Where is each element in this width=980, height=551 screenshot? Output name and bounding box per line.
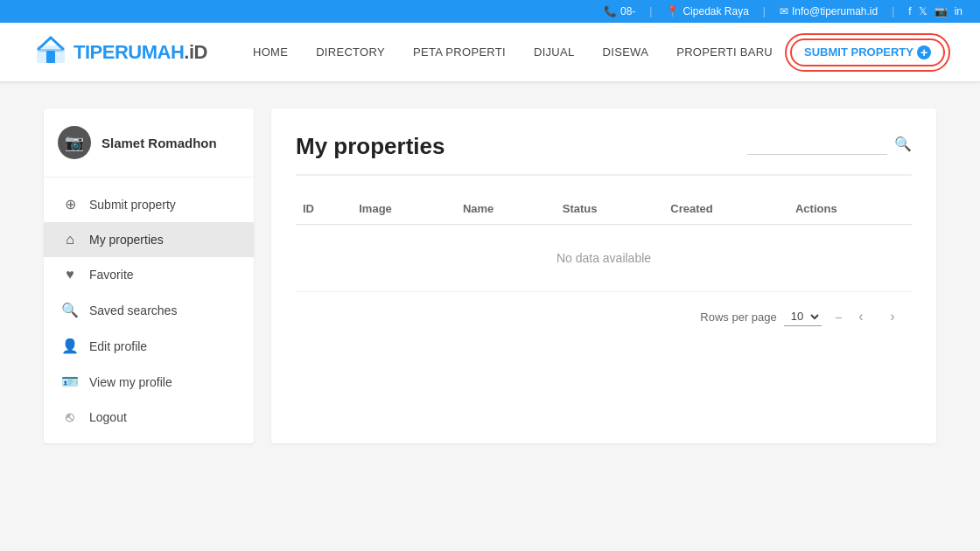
heart-icon: ♥: [61, 267, 79, 282]
nav-properti-baru[interactable]: PROPERTI BARU: [666, 40, 783, 64]
search-icon: 🔍: [61, 302, 79, 318]
rows-per-page: Rows per page 10 25 50: [700, 307, 821, 326]
plus-circle-icon: ⊕: [61, 196, 79, 213]
header: TIPERUMAH.iD HOME DIRECTORY PETA PROPERT…: [0, 23, 980, 82]
email-item: ✉ Info@tiperumah.id: [780, 5, 878, 17]
linkedin-icon[interactable]: in: [955, 5, 962, 17]
page-title: My properties: [296, 133, 445, 160]
nav-disewa[interactable]: DISEWA: [592, 40, 660, 64]
search-button[interactable]: 🔍: [894, 136, 912, 152]
col-id: ID: [296, 193, 352, 225]
divider-1: |: [649, 5, 652, 17]
sidebar-item-submit-property[interactable]: ⊕ Submit property: [44, 186, 254, 222]
phone-icon: 📞: [604, 5, 617, 17]
sidebar-item-view-my-profile[interactable]: 🪪 View my profile: [44, 364, 254, 400]
location-item: 📍 Cipedak Raya: [666, 5, 748, 17]
col-status: Status: [556, 193, 663, 225]
nav-directory[interactable]: DIRECTORY: [305, 40, 396, 64]
sidebar-label-submit-property: Submit property: [89, 198, 176, 212]
svg-rect-1: [46, 51, 55, 63]
col-created: Created: [663, 193, 788, 225]
sidebar-username: Slamet Romadhon: [102, 136, 217, 150]
rows-per-page-select[interactable]: 10 25 50: [784, 307, 822, 326]
sidebar-item-saved-searches[interactable]: 🔍 Saved searches: [44, 292, 254, 328]
top-bar: 📞 08- | 📍 Cipedak Raya | ✉ Info@tiperuma…: [0, 0, 980, 23]
user-icon: 👤: [61, 338, 79, 354]
location-text: Cipedak Raya: [682, 5, 748, 17]
table-footer: Rows per page 10 25 50 – ‹ ›: [296, 292, 912, 341]
logo[interactable]: TIPERUMAH.iD: [35, 33, 207, 71]
email-text: Info@tiperumah.id: [792, 5, 878, 17]
home-icon: ⌂: [61, 232, 79, 248]
facebook-icon[interactable]: f: [908, 5, 911, 17]
id-card-icon: 🪪: [61, 373, 79, 390]
page-content: 📷 Slamet Romadhon ⊕ Submit property ⌂ My…: [26, 108, 954, 443]
main-content: My properties 🔍 ID Image Name Status Cre…: [271, 108, 936, 443]
sidebar-label-my-properties: My properties: [89, 233, 164, 247]
main-nav: HOME DIRECTORY PETA PROPERTI DIJUAL DISE…: [242, 38, 945, 66]
properties-table: ID Image Name Status Created Actions No …: [296, 193, 912, 292]
submit-property-button[interactable]: SUBMIT PROPERTY +: [790, 38, 945, 66]
pagination: – ‹ ›: [836, 304, 905, 329]
phone-item: 📞 08-: [604, 5, 635, 17]
sidebar-item-logout[interactable]: ⎋ Logout: [44, 400, 254, 435]
sidebar-item-my-properties[interactable]: ⌂ My properties: [44, 222, 254, 257]
logo-icon: [35, 33, 66, 71]
search-input[interactable]: [747, 133, 887, 155]
no-data-row: No data available: [296, 225, 912, 292]
main-header: My properties 🔍: [296, 133, 912, 176]
social-icons: f 𝕏 📷 in: [908, 5, 962, 17]
phone-number: 08-: [620, 5, 635, 17]
nav-dijual[interactable]: DIJUAL: [523, 40, 585, 64]
sidebar-label-favorite: Favorite: [89, 268, 134, 282]
no-data-cell: No data available: [296, 225, 912, 292]
email-icon: ✉: [780, 5, 788, 17]
location-icon: 📍: [666, 5, 679, 17]
rows-per-page-label: Rows per page: [700, 310, 776, 324]
table-header-row: ID Image Name Status Created Actions: [296, 193, 912, 225]
sidebar-label-logout: Logout: [89, 410, 127, 424]
search-area: 🔍: [747, 133, 912, 155]
nav-peta-properti[interactable]: PETA PROPERTI: [402, 40, 516, 64]
logo-suffix: .iD: [184, 41, 207, 63]
sidebar-label-view-my-profile: View my profile: [89, 375, 172, 389]
sidebar-item-edit-profile[interactable]: 👤 Edit profile: [44, 328, 254, 364]
sidebar: 📷 Slamet Romadhon ⊕ Submit property ⌂ My…: [44, 108, 254, 443]
page-info: –: [836, 310, 842, 324]
nav-home[interactable]: HOME: [242, 40, 298, 64]
divider-3: |: [892, 5, 894, 17]
col-actions: Actions: [788, 193, 912, 225]
avatar-icon: 📷: [65, 133, 84, 152]
table-container: ID Image Name Status Created Actions No …: [296, 193, 912, 341]
logout-icon: ⎋: [61, 409, 79, 425]
instagram-icon[interactable]: 📷: [934, 5, 948, 17]
divider-2: |: [763, 5, 766, 17]
avatar: 📷: [58, 126, 91, 159]
submit-property-label: SUBMIT PROPERTY: [804, 45, 914, 59]
logo-text: TIPERUMAH.iD: [74, 41, 207, 64]
col-name: Name: [456, 193, 556, 225]
sidebar-label-saved-searches: Saved searches: [89, 303, 177, 317]
twitter-icon[interactable]: 𝕏: [919, 5, 928, 17]
sidebar-profile: 📷 Slamet Romadhon: [44, 126, 254, 178]
svg-rect-2: [38, 49, 63, 52]
prev-page-button[interactable]: ‹: [849, 304, 873, 329]
col-image: Image: [352, 193, 456, 225]
next-page-button[interactable]: ›: [880, 304, 905, 329]
sidebar-item-favorite[interactable]: ♥ Favorite: [44, 257, 254, 292]
plus-icon: +: [917, 45, 931, 59]
sidebar-label-edit-profile: Edit profile: [89, 339, 147, 353]
